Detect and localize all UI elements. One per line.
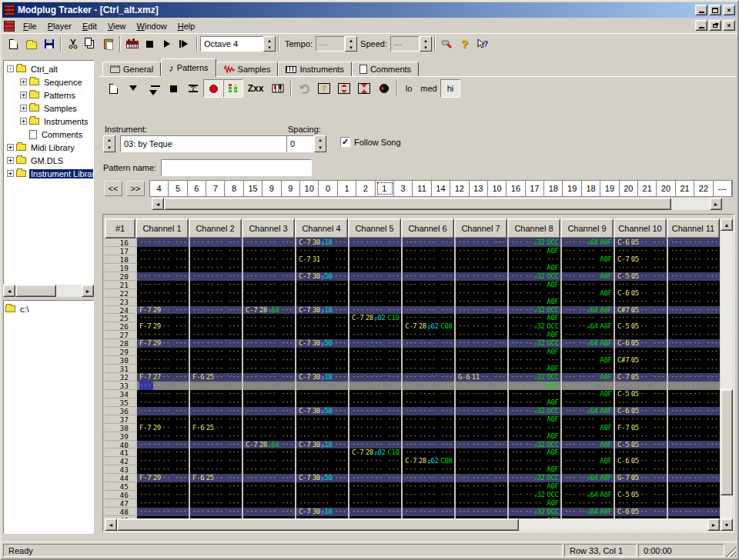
pattern-cell-ch5[interactable]: ·········· (348, 491, 401, 499)
pattern-cell-ch8[interactable]: ·····v32OCC (507, 441, 560, 449)
pattern-cell-ch8[interactable]: ·······A0F (507, 281, 560, 289)
copy-button[interactable] (82, 35, 99, 52)
pattern-cell-ch4[interactable]: ·········· (295, 322, 348, 331)
pattern-cell-ch2[interactable]: F-625····· (189, 474, 242, 482)
pattern-cell-ch1[interactable]: F-729····· (135, 424, 189, 432)
pattern-cell-ch8[interactable]: ·········· (507, 289, 560, 298)
pattern-cell-ch7[interactable]: ·········· (454, 365, 507, 373)
order-item[interactable]: 14 (432, 181, 450, 196)
pattern-cell-ch11[interactable]: ·········· (667, 247, 720, 255)
pattern-cell-ch2[interactable]: ·········· (189, 441, 242, 449)
mdi-minimize-button[interactable] (695, 20, 707, 31)
pattern-cell-ch1[interactable]: ·········· (135, 289, 189, 298)
pattern-cell-ch6[interactable]: ·········· (401, 448, 454, 457)
pattern-cell-ch9[interactable]: ·····v64A0F (560, 407, 614, 415)
pattern-cell-ch1[interactable]: ·········· (135, 465, 189, 474)
pattern-cell-ch3[interactable]: ·········· (242, 247, 295, 255)
pattern-cell-ch4[interactable]: ·········· (295, 382, 348, 390)
pattern-cell-ch9[interactable]: ·······A0F (560, 255, 614, 264)
pattern-cell-ch2[interactable]: ·········· (189, 415, 242, 424)
pattern-cell-ch10[interactable]: ·········· (614, 298, 667, 306)
close-button[interactable]: × (723, 5, 735, 15)
pattern-cell-ch3[interactable]: ·········· (242, 424, 295, 432)
order-item[interactable]: 0 (319, 181, 337, 196)
pattern-cell-ch6[interactable]: ·········· (401, 398, 454, 407)
pattern-cell-ch5[interactable]: ·········· (348, 373, 401, 382)
pattern-cell-ch4[interactable]: ·········· (295, 365, 348, 373)
pattern-cell-ch3[interactable]: ·········· (242, 339, 295, 348)
order-item[interactable]: 16 (507, 181, 525, 196)
pattern-cell-ch10[interactable]: C-605····· (614, 339, 667, 348)
file-item[interactable]: c:\ (5, 302, 92, 315)
order-item[interactable]: 12 (450, 181, 469, 196)
pattern-cell-ch11[interactable]: ·········· (667, 331, 720, 339)
order-item[interactable]: 17 (526, 181, 544, 196)
pattern-cell-ch9[interactable]: ·········· (560, 264, 614, 272)
tree-item-comments[interactable]: Comments (4, 128, 93, 141)
tab-patterns[interactable]: ♪ Patterns (161, 58, 216, 77)
pattern-cell-ch10[interactable]: C-605····· (614, 508, 667, 516)
pattern-cell-ch11[interactable]: ·········· (667, 432, 720, 441)
pattern-cell-ch9[interactable]: ·········· (560, 281, 614, 289)
stop-pattern-button[interactable] (163, 79, 183, 98)
pattern-cell-ch5[interactable]: ·········· (348, 382, 401, 390)
pattern-cell-ch3[interactable]: ·········· (242, 272, 295, 281)
instrument-spinner[interactable]: ▲▼ (103, 135, 115, 152)
pattern-cell-ch5[interactable]: ·········· (348, 238, 401, 247)
pattern-cell-ch4[interactable]: ·········· (295, 499, 348, 508)
spacing-spinner[interactable]: ▲▼ (314, 135, 326, 152)
pattern-cell-ch8[interactable]: ·····v32OCC (507, 407, 560, 415)
pattern-cell-ch1[interactable]: ·········· (135, 255, 189, 264)
pattern-cell-ch8[interactable]: ·······A0F (507, 398, 560, 407)
pattern-cell-ch3[interactable]: ·········· (242, 432, 295, 441)
pattern-cell-ch4[interactable]: ·········· (295, 491, 348, 499)
pattern-cell-ch2[interactable]: ·········· (189, 298, 242, 306)
pattern-cell-ch11[interactable]: ·········· (667, 373, 720, 382)
pattern-cell-ch7[interactable]: ·········· (454, 298, 507, 306)
pattern-properties-button[interactable]: ? (314, 79, 334, 98)
pattern-cell-ch6[interactable]: ·········· (401, 373, 454, 382)
order-item[interactable]: 19 (563, 181, 581, 196)
channel-header-5[interactable]: Channel 5 (348, 218, 401, 238)
pattern-cell-ch11[interactable]: ·········· (667, 474, 720, 482)
channel-header-9[interactable]: Channel 9 (560, 218, 614, 238)
pattern-cell-ch7[interactable]: ·········· (454, 331, 507, 339)
pattern-cell-ch2[interactable]: ·········· (189, 255, 242, 264)
pattern-cell-ch1[interactable]: F-729····· (135, 322, 189, 331)
pattern-cell-ch11[interactable]: ·········· (667, 448, 720, 457)
pattern-cell-ch2[interactable]: ·········· (189, 264, 242, 272)
pattern-cell-ch8[interactable]: ·····v32OCC (507, 238, 560, 247)
pattern-cell-ch11[interactable]: ·········· (667, 382, 720, 390)
pattern-cell-ch10[interactable]: ·········· (614, 365, 667, 373)
pattern-cell-ch1[interactable]: ·········· (135, 298, 189, 306)
pattern-cell-ch6[interactable]: ·········· (401, 298, 454, 306)
pattern-cell-ch10[interactable]: C-605····· (614, 407, 667, 415)
pattern-cell-ch2[interactable]: ·········· (189, 247, 242, 255)
pattern-cell-ch4[interactable]: ·········· (295, 348, 348, 356)
pattern-cell-ch8[interactable]: ·····v32OCC (507, 491, 560, 499)
pattern-cell-ch6[interactable]: ·········· (401, 482, 454, 491)
pattern-cell-ch8[interactable]: ·····v32OCC (507, 474, 560, 482)
pattern-cell-ch9[interactable]: ·······A0F (560, 356, 614, 365)
pattern-cell-ch1[interactable]: ·········· (135, 448, 189, 457)
tab-samples[interactable]: Samples (216, 62, 279, 77)
pattern-cell-ch6[interactable]: C-728p62C08 (401, 457, 454, 465)
pattern-cell-ch7[interactable]: ·········· (454, 382, 507, 390)
pattern-cell-ch7[interactable]: ·········· (454, 255, 507, 264)
pattern-cell-ch4[interactable]: ·········· (295, 331, 348, 339)
pattern-cell-ch1[interactable]: F-729····· (135, 339, 189, 348)
pattern-cell-ch3[interactable]: ·········· (242, 457, 295, 465)
order-item[interactable]: 9 (262, 181, 281, 196)
pattern-cell-ch3[interactable]: ·········· (242, 373, 295, 382)
pattern-cell-ch3[interactable]: ·········· (242, 448, 295, 457)
tree-item-sequence[interactable]: +Sequence (4, 75, 93, 88)
pattern-cell-ch3[interactable]: ·········· (242, 298, 295, 306)
pattern-cell-ch4[interactable]: C-730p50··· (295, 339, 348, 348)
record-button[interactable] (203, 79, 223, 98)
pattern-cell-ch1[interactable]: ·········· (135, 407, 189, 415)
tab-instruments[interactable]: Instruments (278, 62, 351, 77)
pattern-cell-ch8[interactable]: ·········· (507, 424, 560, 432)
pattern-cell-ch11[interactable]: ·········· (667, 281, 720, 289)
pattern-cell-ch2[interactable]: ·········· (189, 448, 242, 457)
pattern-cell-ch7[interactable]: ·········· (454, 465, 507, 474)
